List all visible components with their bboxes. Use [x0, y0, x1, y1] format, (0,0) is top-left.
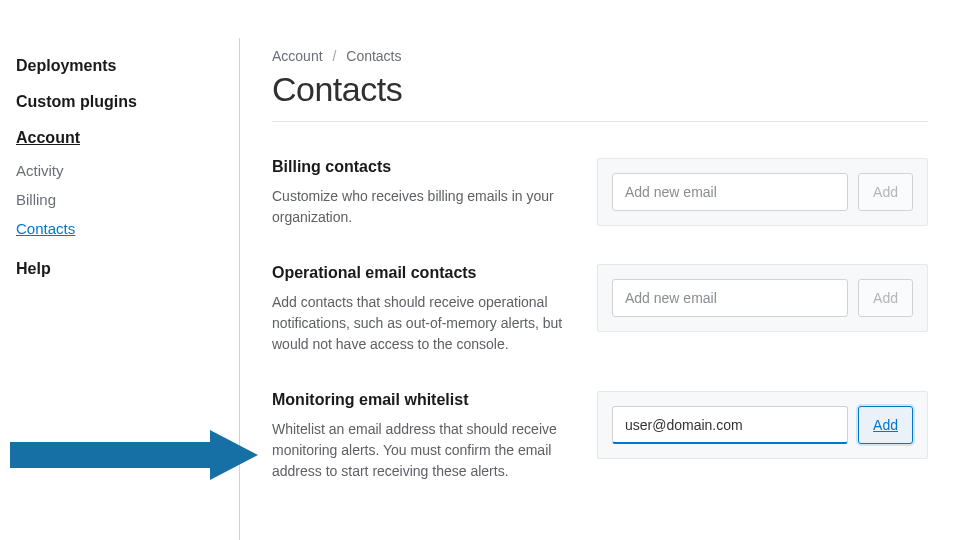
operational-email-input[interactable] — [612, 279, 848, 317]
breadcrumb-current: Contacts — [346, 48, 401, 64]
monitoring-form: Add — [597, 391, 928, 459]
billing-desc: Customize who receives billing emails in… — [272, 186, 573, 228]
billing-email-input[interactable] — [612, 173, 848, 211]
section-monitoring: Monitoring email whitelist Whitelist an … — [272, 391, 928, 482]
monitoring-add-button[interactable]: Add — [858, 406, 913, 444]
breadcrumb-sep: / — [332, 48, 336, 64]
sidebar-item-custom-plugins[interactable]: Custom plugins — [16, 84, 223, 120]
section-operational: Operational email contacts Add contacts … — [272, 264, 928, 355]
page-title: Contacts — [272, 70, 928, 122]
sidebar-item-activity[interactable]: Activity — [16, 156, 223, 185]
monitoring-email-input[interactable] — [612, 406, 848, 444]
sidebar-item-deployments[interactable]: Deployments — [16, 48, 223, 84]
breadcrumb: Account / Contacts — [272, 48, 928, 64]
sidebar: Deployments Custom plugins Account Activ… — [0, 38, 240, 540]
sidebar-item-account[interactable]: Account — [16, 120, 223, 156]
billing-heading: Billing contacts — [272, 158, 573, 176]
operational-desc: Add contacts that should receive operati… — [272, 292, 573, 355]
operational-form: Add — [597, 264, 928, 332]
monitoring-heading: Monitoring email whitelist — [272, 391, 573, 409]
main-content: Account / Contacts Contacts Billing cont… — [240, 38, 960, 540]
sidebar-item-help[interactable]: Help — [16, 251, 223, 287]
breadcrumb-parent[interactable]: Account — [272, 48, 323, 64]
operational-add-button[interactable]: Add — [858, 279, 913, 317]
billing-add-button[interactable]: Add — [858, 173, 913, 211]
operational-heading: Operational email contacts — [272, 264, 573, 282]
sidebar-item-billing[interactable]: Billing — [16, 185, 223, 214]
section-billing: Billing contacts Customize who receives … — [272, 158, 928, 228]
monitoring-desc: Whitelist an email address that should r… — [272, 419, 573, 482]
billing-form: Add — [597, 158, 928, 226]
sidebar-item-contacts[interactable]: Contacts — [16, 214, 223, 243]
